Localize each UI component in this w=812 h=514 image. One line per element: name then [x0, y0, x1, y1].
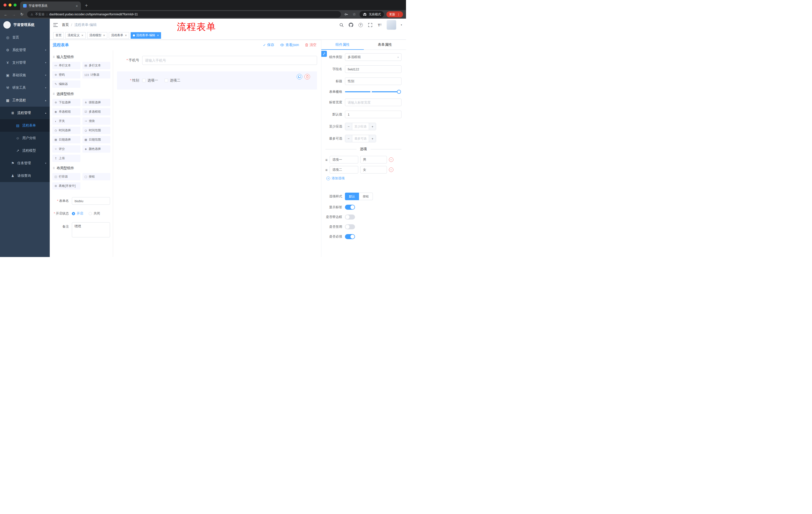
sidebar-item[interactable]: ¥ 支付管理 ▾	[0, 56, 50, 69]
toggle-switch[interactable]	[345, 234, 355, 239]
sidebar-item[interactable]: ≣ 流程管理 ▴	[0, 107, 50, 119]
help-icon[interactable]: ?	[358, 22, 363, 27]
gender-option-checkbox[interactable]: 选项二	[165, 78, 180, 83]
palette-item[interactable]: ⋔ 级联选择	[82, 99, 111, 106]
search-icon[interactable]	[339, 22, 344, 27]
sidebar-item[interactable]: ⚒ 研发工具 ▾	[0, 81, 50, 94]
properties-tab[interactable]: 组件属性	[321, 40, 364, 50]
zoom-window-button[interactable]	[13, 3, 17, 6]
tag-close-icon[interactable]: ×	[103, 33, 105, 37]
tag[interactable]: 流程表单-编辑 ×	[130, 32, 161, 39]
palette-item[interactable]: ☆ 评分	[52, 145, 80, 153]
sidebar-item[interactable]: ♟ 请假查询	[0, 169, 50, 182]
palette-item[interactable]: ▦ 日期选择	[52, 136, 80, 143]
palette-item[interactable]: ▤ 多行文本	[82, 62, 111, 69]
new-tab-button[interactable]: +	[85, 3, 88, 8]
tag-close-icon[interactable]: ×	[81, 33, 83, 37]
option-value-input[interactable]	[360, 156, 387, 163]
address-bar[interactable]: ⚠ 不安全 | dashboard.yudao.iocoder.cn/bpm/m…	[27, 11, 341, 18]
copy-component-button[interactable]	[297, 74, 302, 79]
add-option-button[interactable]: + 添加选项	[326, 176, 402, 181]
chrome-menu-icon[interactable]: ⋮	[397, 12, 400, 16]
palette-item[interactable]: ⊛ 密码	[52, 71, 80, 78]
tag[interactable]: 首页	[53, 32, 64, 39]
remark-textarea[interactable]: 嘿嘿	[72, 222, 110, 237]
toggle-switch[interactable]	[345, 205, 355, 210]
user-avatar[interactable]	[387, 20, 396, 30]
slider-handle[interactable]	[397, 90, 401, 94]
option-label-input[interactable]	[330, 166, 358, 173]
default-value-input[interactable]	[345, 111, 402, 118]
decrease-button[interactable]: −	[345, 123, 352, 130]
drag-handle-icon[interactable]: ≡	[325, 168, 328, 172]
option-style-button[interactable]: 按钮	[359, 193, 373, 200]
gender-option-checkbox[interactable]: 选项一	[142, 78, 158, 83]
update-button[interactable]: 更新 ⋮	[386, 11, 403, 17]
tab-close-icon[interactable]: ×	[76, 4, 78, 8]
bookmark-star-icon[interactable]: ☆	[351, 12, 357, 17]
palette-item[interactable]: ☑ 多选框组	[82, 108, 111, 115]
remove-option-button[interactable]: −	[389, 157, 394, 162]
save-button[interactable]: ✓ 保存	[263, 43, 274, 47]
palette-item[interactable]: ◫ 行容器	[52, 173, 80, 180]
minimize-window-button[interactable]	[8, 3, 11, 6]
close-window-button[interactable]	[3, 3, 6, 6]
tag[interactable]: 流程定义 ×	[65, 32, 86, 39]
palette-item[interactable]: ▩ 日期范围	[82, 136, 111, 143]
toggle-switch[interactable]	[345, 215, 355, 219]
form-grid-slider[interactable]	[345, 91, 399, 92]
remove-option-button[interactable]: −	[389, 167, 394, 172]
tag-close-icon[interactable]: ×	[157, 33, 159, 37]
sidebar-item[interactable]: ↗ 流程模型	[0, 144, 50, 157]
password-key-icon[interactable]	[343, 12, 349, 16]
min-select-input[interactable]: 至少应选	[352, 123, 369, 130]
field-name-input[interactable]	[345, 65, 402, 73]
option-style-button[interactable]: 默认	[345, 193, 359, 200]
option-value-input[interactable]	[360, 166, 387, 173]
palette-item[interactable]: 123 计数器	[82, 71, 111, 78]
palette-item[interactable]: ✎ 编辑器	[52, 80, 80, 88]
palette-item[interactable]: ◐ 开关	[52, 117, 80, 125]
phone-input[interactable]	[142, 56, 317, 65]
sidebar-item[interactable]: ▣ 基础设施 ▾	[0, 69, 50, 81]
avatar-caret-icon[interactable]: ▾	[401, 24, 402, 26]
sidebar-item[interactable]: ▦ 工作流程 ▴	[0, 94, 50, 107]
link-button[interactable]	[321, 51, 327, 57]
collapse-sidebar-button[interactable]	[53, 23, 58, 27]
palette-item[interactable]: ↥ 上传	[52, 155, 80, 162]
sidebar-item[interactable]: ▤ 流程表单	[0, 119, 50, 132]
title-input[interactable]	[345, 77, 402, 85]
palette-item[interactable]: ▭ 单行文本	[52, 62, 80, 69]
form-name-input[interactable]	[72, 197, 110, 205]
increase-button[interactable]: +	[369, 123, 376, 130]
option-label-input[interactable]	[330, 156, 358, 163]
properties-tab[interactable]: 表单属性	[364, 40, 406, 50]
max-select-input[interactable]: 最多可选	[352, 135, 369, 142]
tag[interactable]: 流程模型 ×	[87, 32, 108, 39]
drag-handle-icon[interactable]: ≡	[325, 158, 328, 162]
palette-item[interactable]: ▢ 按钮	[82, 173, 111, 180]
font-size-icon[interactable]: TT	[377, 22, 382, 27]
browser-tab[interactable]: 芋道管理系统 ×	[20, 1, 81, 10]
view-json-button[interactable]: 查看json	[280, 43, 299, 47]
palette-item[interactable]: ◶ 时间范围	[82, 127, 111, 134]
status-off-radio[interactable]: 关闭	[89, 211, 100, 216]
selected-component[interactable]: *性别 选项一	[117, 72, 317, 89]
palette-item[interactable]: ⊸ 滑块	[82, 117, 111, 125]
toggle-switch[interactable]	[345, 224, 355, 229]
palette-item[interactable]: ◷ 时间选择	[52, 127, 80, 134]
label-width-input[interactable]	[345, 99, 402, 106]
clear-button[interactable]: 清空	[305, 43, 317, 47]
palette-item[interactable]: ◈ 颜色选择	[82, 145, 111, 153]
tag-close-icon[interactable]: ×	[125, 33, 127, 37]
github-icon[interactable]	[348, 22, 353, 27]
back-button[interactable]: ←	[3, 12, 8, 17]
palette-item[interactable]: ⊞ 表格[开发中]	[52, 182, 80, 190]
delete-component-button[interactable]	[304, 74, 310, 79]
status-on-radio[interactable]: 开启	[72, 211, 83, 216]
reload-button[interactable]: ↻	[19, 12, 25, 17]
palette-item[interactable]: ⊚ 下拉选择	[52, 99, 80, 106]
increase-button[interactable]: +	[369, 135, 376, 142]
sidebar-item[interactable]: ☺ 用户分组	[0, 132, 50, 144]
app-logo[interactable]: 芋道管理系统	[0, 19, 50, 31]
